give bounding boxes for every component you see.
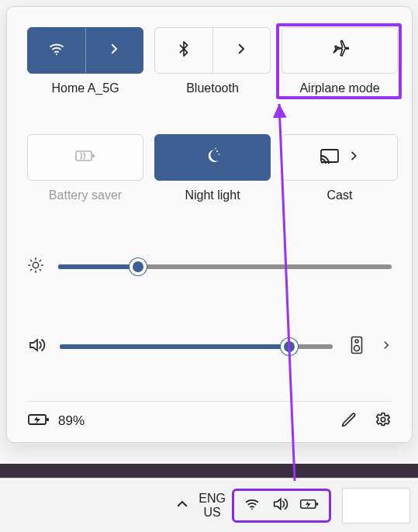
bluetooth-label: Bluetooth — [186, 81, 239, 95]
chevron-right-icon — [347, 150, 360, 165]
cast-tile-wrap: Cast — [282, 134, 398, 202]
cast-label: Cast — [327, 188, 353, 202]
wifi-icon — [244, 496, 261, 516]
battery-saver-tile — [27, 134, 143, 181]
quick-tiles-grid: Home A_5G Bluetooth — [27, 27, 392, 202]
bluetooth-icon — [175, 40, 192, 60]
wifi-icon — [47, 40, 66, 61]
svg-point-3 — [216, 150, 218, 152]
bluetooth-toggle[interactable] — [155, 28, 212, 73]
wifi-tile[interactable] — [27, 27, 143, 74]
airplane-tile-wrap: Airplane mode — [282, 27, 398, 95]
svg-rect-2 — [92, 154, 95, 157]
night-light-label: Night light — [185, 188, 240, 202]
language-bottom: US — [199, 506, 226, 520]
brightness-icon — [27, 257, 44, 277]
brightness-slider[interactable] — [58, 264, 392, 269]
battery-saver-icon — [74, 148, 96, 167]
airplane-mode-tile[interactable] — [282, 27, 398, 74]
speaker-device-icon — [351, 336, 363, 358]
wifi-expand-button[interactable] — [85, 28, 143, 73]
chevron-right-icon[interactable] — [381, 340, 392, 354]
night-light-tile[interactable] — [154, 134, 271, 181]
bluetooth-tile-wrap: Bluetooth — [154, 27, 271, 95]
svg-point-4 — [219, 154, 220, 155]
brightness-row — [27, 257, 392, 277]
volume-slider-thumb[interactable] — [281, 338, 298, 355]
svg-point-10 — [355, 340, 358, 343]
svg-point-14 — [381, 417, 385, 422]
svg-point-15 — [251, 508, 253, 510]
language-top: ENG — [199, 492, 226, 506]
tray-overflow-button[interactable] — [175, 497, 189, 514]
svg-point-0 — [56, 54, 57, 55]
night-light-tile-wrap: Night light — [154, 134, 271, 202]
volume-slider[interactable] — [60, 344, 333, 349]
volume-icon — [271, 496, 288, 516]
svg-point-5 — [215, 148, 216, 150]
svg-point-11 — [354, 346, 360, 351]
wifi-label: Home A_5G — [51, 81, 119, 95]
taskbar: ENG US — [0, 478, 418, 532]
system-tray[interactable] — [232, 489, 331, 523]
taskbar-blank-area — [342, 488, 410, 523]
volume-icon — [27, 336, 46, 358]
night-light-icon — [203, 147, 222, 168]
battery-saver-label: Battery saver — [49, 188, 122, 202]
battery-percent: 89% — [58, 413, 85, 429]
svg-rect-13 — [47, 418, 49, 421]
language-indicator[interactable]: ENG US — [199, 492, 226, 520]
airplane-icon — [330, 40, 349, 61]
chevron-right-icon — [234, 42, 248, 59]
svg-point-8 — [33, 262, 38, 268]
cast-tile[interactable] — [282, 134, 398, 181]
airplane-toggle[interactable] — [282, 28, 397, 73]
airplane-label: Airplane mode — [299, 81, 379, 95]
audio-output-button[interactable] — [347, 331, 367, 362]
brightness-slider-thumb[interactable] — [130, 258, 147, 275]
wifi-toggle[interactable] — [28, 28, 85, 73]
battery-saver-tile-wrap: Battery saver — [27, 134, 143, 202]
bluetooth-tile[interactable] — [154, 27, 271, 74]
battery-charging-icon — [299, 497, 320, 514]
panel-footer: 89% — [27, 401, 392, 431]
battery-status[interactable]: 89% — [27, 412, 85, 431]
svg-rect-17 — [316, 503, 319, 505]
svg-point-7 — [321, 161, 323, 164]
cast-icon — [320, 148, 340, 167]
bluetooth-expand-button[interactable] — [212, 28, 271, 73]
battery-charging-icon — [27, 412, 50, 431]
desktop-wallpaper-strip — [0, 464, 418, 478]
edit-quick-settings-button[interactable] — [340, 411, 358, 431]
settings-button[interactable] — [375, 411, 392, 431]
volume-row — [27, 331, 392, 362]
chevron-right-icon — [107, 42, 121, 59]
quick-settings-panel: Home A_5G Bluetooth — [6, 6, 413, 443]
wifi-tile-wrap: Home A_5G — [27, 27, 143, 95]
